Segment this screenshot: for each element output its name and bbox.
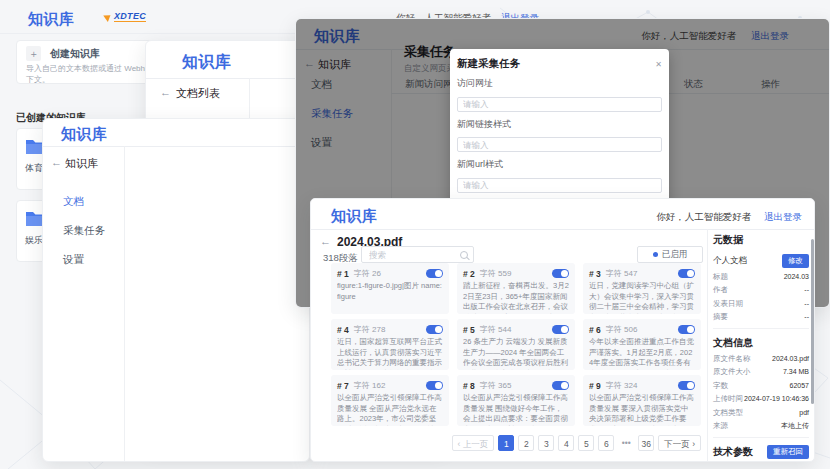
paragraph-card: # 2 字符 559 踏上新征程，奋楫再出发。3月22日至23日，365+年度国… [457,263,575,314]
paragraph-toggle[interactable] [678,269,695,278]
paragraph-index: # 7 [337,381,349,391]
metadata-title: 元数据 [713,233,809,247]
docinfo-row: 原文件名称 2024.03.pdf [713,354,809,364]
page-button[interactable]: 3 [538,435,554,451]
paragraph-grid: # 1 字符 26 figure:1-figure-0.jpg|图片 name:… [331,263,701,426]
metadata-row: 标题 2024.03 [713,272,809,282]
panel-document-detail: 知识库 你好，人工智能爱好者 退出登录 ← 2024.03.pdf 318段落 … [310,198,815,462]
paragraph-card: # 7 字符 162 以全面从严治党引领保障工作高质量发展 全面从严治党永远在路… [331,375,449,426]
page-button[interactable]: 2 [518,435,534,451]
back-label[interactable]: 知识库 [65,156,98,171]
section-divider [713,328,809,329]
panel-kb-nav: 知识库 ← 知识库 文档 采集任务 设置 [42,118,310,462]
enabled-filter-button[interactable]: 已启用 [637,246,703,263]
paragraph-text: 以全面从严治党引领保障工作高质量发展 要深入贯彻落实党中央决策部署和上级党委工作… [589,393,695,426]
app-title: 知识库 [28,10,75,29]
status-dot-icon [653,252,658,257]
field-label: 访问网址 [457,77,662,90]
paragraph-chars: 字符 559 [480,268,512,279]
page-button[interactable]: 1 [498,435,514,451]
back-icon[interactable]: ← [51,157,62,168]
user-greeting: 你好，人工智能爱好者 [656,211,751,222]
paragraph-index: # 8 [463,381,475,391]
xdtec-logo: XDTEC [104,11,146,22]
back-label[interactable]: 文档列表 [176,86,220,101]
panel-title: 知识库 [182,52,232,73]
form-field: 新闻链接样式 [457,118,662,153]
paragraph-card: # 3 字符 547 近日，党建阅读学习中心组（扩大）会议集中学习，深入学习贯彻… [583,263,701,314]
modal-title: 新建采集任务 [457,57,520,71]
toggle-knob [435,270,442,277]
page-button[interactable]: 36 [638,435,654,451]
docinfo-rows: 原文件名称 2024.03.pdf 原文件大小 7.34 MB 字数 62057… [713,354,809,432]
sidebar-divider [707,229,708,461]
paragraph-index: # 3 [589,269,601,279]
paragraph-index: # 4 [337,325,349,335]
field-input[interactable] [457,178,662,193]
paragraph-card: # 5 字符 544 26 条生产力 云端发力 发展新质生产力——2024 年全… [457,319,575,370]
nav-item[interactable]: 设置 [63,253,105,267]
paragraph-card: # 1 字符 26 figure:1-figure-0.jpg|图片 name:… [331,263,449,314]
paragraph-chars: 字符 365 [480,380,512,391]
divider [311,229,814,230]
paragraph-toggle[interactable] [426,269,443,278]
paragraph-toggle[interactable] [552,269,569,278]
logo-accent-icon [103,12,113,22]
form-field: 新闻url样式 [457,158,662,193]
paragraph-text: 以全面从严治党引领保障工作高质量发展 全面从严治党永远在路上。2023年，市公司… [337,393,443,426]
paragraph-index: # 6 [589,325,601,335]
paragraph-text: figure:1-figure-0.jpg|图片 name:figure [337,281,443,302]
docinfo-row: 文档类型 pdf [713,408,809,418]
docinfo-row: 来源 本地上传 [713,421,809,431]
paragraph-toggle[interactable] [552,325,569,334]
paragraph-text: 以全面从严治党引领保障工作高质量发展 围绕做好今年工作，会上提出四点要求：要全面… [463,393,569,426]
page-button[interactable]: 下一页 › [658,435,701,451]
page-button[interactable]: ••• [618,435,634,451]
paragraph-toggle[interactable] [678,325,695,334]
back-icon[interactable]: ← [320,236,331,247]
logout-link[interactable]: 退出登录 [764,211,802,222]
paragraph-toggle[interactable] [678,381,695,390]
search-input[interactable] [367,249,460,261]
paragraph-toggle[interactable] [552,381,569,390]
back-icon[interactable]: ← [160,87,171,98]
paragraph-toggle[interactable] [426,381,443,390]
paragraph-card: # 6 字符 506 今年以来全面推进重点工作自觉严谨落实。1月起至2月底，20… [583,319,701,370]
field-input[interactable] [457,137,662,152]
paragraph-index: # 5 [463,325,475,335]
paragraph-chars: 字符 278 [354,324,386,335]
header-user-area: 你好，人工智能爱好者 退出登录 [656,211,802,224]
field-input[interactable] [457,97,662,112]
paragraph-text: 踏上新征程，奋楫再出发。3月22日至23日，365+年度国家新闻出版工作会议在北… [463,281,569,314]
nav-item[interactable]: 文档 [63,195,105,209]
sidebar-scrollbar[interactable] [811,239,814,404]
form-field: 访问网址 [457,77,662,112]
metadata-rows: 标题 2024.03 作者 -- 发表日期 -- 摘要 -- [713,272,809,323]
nav-item[interactable]: 采集任务 [63,224,105,238]
close-icon[interactable]: ✕ [655,60,662,69]
page-button[interactable]: 6 [598,435,614,451]
toggle-knob [435,326,442,333]
paragraph-text: 近日，党建阅读学习中心组（扩大）会议集中学习，深入学习贯彻二十届三中全会精神，学… [589,281,695,314]
paragraph-chars: 字符 544 [480,324,512,335]
edit-metadata-button[interactable]: 修改 [782,254,809,268]
paragraph-chars: 字符 162 [354,380,386,391]
toggle-knob [561,326,568,333]
doc-type-label: 个人文档 [713,255,747,267]
paragraph-index: # 2 [463,269,475,279]
page-button[interactable]: 4 [558,435,574,451]
paragraph-chars: 字符 324 [606,380,638,391]
nav-menu: 文档 采集任务 设置 [63,195,105,282]
paragraph-chars: 字符 506 [606,324,638,335]
page-button[interactable]: ‹ 上一页 [452,435,495,451]
docinfo-row: 上传时间 2024-07-19 10:46:36 [713,394,809,404]
paragraph-card: # 4 字符 278 近日，国家超算互联网平台正式上线运行，认真贯彻落实习近平总… [331,319,449,370]
paragraph-index: # 9 [589,381,601,391]
paragraph-chars: 字符 26 [354,268,381,279]
docinfo-row: 原文件大小 7.34 MB [713,367,809,377]
recall-button[interactable]: 重新召回 [767,445,809,459]
toggle-knob [561,270,568,277]
page-button[interactable]: 5 [578,435,594,451]
paragraph-toggle[interactable] [426,325,443,334]
paragraph-card: # 9 字符 324 以全面从严治党引领保障工作高质量发展 要深入贯彻落实党中央… [583,375,701,426]
